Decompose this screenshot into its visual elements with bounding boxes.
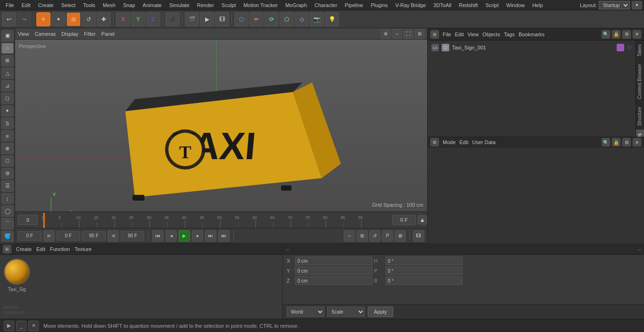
timeline-current-frame[interactable] bbox=[18, 215, 38, 225]
select-mode-button[interactable]: ✛ bbox=[36, 12, 50, 26]
playback-arrow1[interactable]: ⊳ bbox=[43, 230, 55, 242]
tool5-btn[interactable]: ↕ bbox=[1, 193, 14, 204]
vtab-takes[interactable]: Takes bbox=[636, 40, 644, 60]
tool4-btn[interactable]: ☰ bbox=[1, 180, 14, 192]
menu-render[interactable]: Render bbox=[193, 1, 218, 9]
menu-redshift[interactable]: Redshift bbox=[455, 1, 481, 9]
playback-arrow2[interactable]: ⊲ bbox=[107, 230, 119, 242]
play-button[interactable]: ▶ bbox=[179, 230, 190, 242]
right-panel-objects[interactable]: Objects bbox=[482, 32, 500, 37]
attr-edit[interactable]: Edit bbox=[460, 139, 469, 145]
object-button[interactable]: ⬛ bbox=[165, 12, 180, 26]
model-mode-btn[interactable]: ▣ bbox=[1, 30, 14, 41]
menu-create[interactable]: Create bbox=[34, 1, 58, 9]
end-frame-input[interactable]: 90 F bbox=[82, 231, 106, 241]
vertex-mode-btn[interactable]: △ bbox=[1, 68, 14, 79]
viewport-cameras[interactable]: Cameras bbox=[35, 31, 56, 37]
redo-button[interactable]: ↪ bbox=[17, 12, 31, 26]
coord-btn[interactable]: ⊕ bbox=[1, 143, 14, 154]
viewport-icon3[interactable]: ⛶ bbox=[404, 29, 413, 39]
menu-snap[interactable]: Snap bbox=[119, 1, 139, 9]
object-mode-btn[interactable]: ○ bbox=[1, 43, 14, 54]
snap-btn[interactable]: ✦ bbox=[1, 105, 14, 117]
tool6-btn[interactable]: ◯ bbox=[1, 205, 14, 217]
keyframe-all-btn[interactable]: ⊠ bbox=[395, 230, 406, 242]
goto-start-button[interactable]: ⏮ bbox=[152, 230, 164, 242]
x-axis-button[interactable]: X bbox=[116, 12, 130, 26]
timeline-frame-display[interactable] bbox=[392, 215, 416, 225]
env-button[interactable]: ◇ bbox=[295, 12, 309, 26]
current-frame-input[interactable]: 0 F bbox=[57, 231, 80, 241]
material-function[interactable]: Function bbox=[50, 246, 70, 252]
menu-3dtoall[interactable]: 3DToAll bbox=[429, 1, 455, 9]
tool1-btn[interactable]: S bbox=[1, 118, 14, 129]
move-button[interactable]: ✦ bbox=[51, 12, 66, 26]
right-gear-icon[interactable]: ⚙ bbox=[622, 30, 631, 39]
material-thumbnail[interactable] bbox=[4, 259, 30, 285]
menu-pipeline[interactable]: Pipeline bbox=[341, 1, 367, 9]
coord-y-input[interactable] bbox=[295, 267, 372, 275]
undo-button[interactable]: ↩ bbox=[2, 12, 16, 26]
scale-dropdown[interactable]: Scale bbox=[327, 307, 365, 317]
keyframe-param-btn[interactable]: P bbox=[382, 230, 393, 242]
right-panel-file[interactable]: File bbox=[443, 32, 451, 37]
viewport-3d[interactable]: TAXI T X Y Z Perspective bbox=[15, 40, 427, 211]
status-icon-min[interactable]: _ bbox=[16, 321, 26, 331]
vtab-structure[interactable]: Structure bbox=[636, 103, 644, 130]
scale-button[interactable]: ⊞ bbox=[66, 12, 81, 26]
texture-mode-btn[interactable]: ⊞ bbox=[1, 55, 14, 66]
status-icon-play[interactable]: ▶ bbox=[4, 321, 14, 331]
right-panel-edit[interactable]: Edit bbox=[455, 32, 464, 37]
menu-tools[interactable]: Tools bbox=[79, 1, 99, 9]
right-panel-tags[interactable]: Tags bbox=[504, 32, 515, 37]
viewport-icon2[interactable]: ↔ bbox=[392, 29, 402, 39]
menu-character[interactable]: Character bbox=[311, 1, 341, 9]
coord-p-input[interactable] bbox=[386, 267, 463, 275]
rotate-button[interactable]: ↺ bbox=[82, 12, 96, 26]
keyframe-rot-btn[interactable]: ↺ bbox=[369, 230, 380, 242]
z-axis-button[interactable]: Z bbox=[146, 12, 160, 26]
coord-b-input[interactable] bbox=[386, 276, 463, 285]
cube-button[interactable]: ⬡ bbox=[234, 12, 248, 26]
layout-select[interactable]: Startup bbox=[599, 1, 630, 9]
menu-vray[interactable]: V-Ray Bridge bbox=[392, 1, 430, 9]
menu-file[interactable]: File bbox=[2, 1, 18, 9]
menu-edit[interactable]: Edit bbox=[18, 1, 34, 9]
transform-button[interactable]: ✚ bbox=[97, 12, 111, 26]
attr-lock-icon[interactable]: 🔒 bbox=[612, 138, 620, 146]
light-button[interactable]: 💡 bbox=[325, 12, 339, 26]
timeline-btn[interactable]: ▲ bbox=[418, 215, 427, 225]
y-axis-button[interactable]: Y bbox=[131, 12, 145, 26]
edge-mode-btn[interactable]: ⊿ bbox=[1, 80, 14, 91]
render-region-button[interactable]: 🎬 bbox=[185, 12, 199, 26]
menu-select[interactable]: Select bbox=[58, 1, 80, 9]
menu-mesh[interactable]: Mesh bbox=[99, 1, 119, 9]
object-visibility-icon[interactable] bbox=[627, 45, 632, 50]
spline-button[interactable]: ✏ bbox=[249, 12, 264, 26]
vtab-attributes[interactable]: Attributes bbox=[636, 130, 644, 136]
poly-mode-btn[interactable]: ◻ bbox=[1, 93, 14, 104]
right-panel-view[interactable]: View bbox=[468, 32, 479, 37]
end-frame-input2[interactable]: 90 F bbox=[121, 231, 144, 241]
object-row-taxi[interactable]: Lo ⬡ Taxi_Sign_001 bbox=[429, 42, 634, 53]
right-lock-icon[interactable]: 🔒 bbox=[612, 30, 620, 39]
coord-h-input[interactable] bbox=[386, 257, 463, 265]
material-slot[interactable]: Taxi_Sig bbox=[4, 259, 30, 292]
viewport-icon4[interactable]: ⊞ bbox=[415, 29, 424, 39]
material-texture[interactable]: Texture bbox=[74, 246, 91, 252]
spline-tool-btn[interactable]: ⌒ bbox=[1, 218, 14, 229]
keyframe-move-btn[interactable]: ↔ bbox=[344, 230, 355, 242]
layer-btn[interactable]: ≡ bbox=[1, 130, 14, 142]
object-color-swatch[interactable] bbox=[617, 44, 624, 51]
viewport-display[interactable]: Display bbox=[61, 31, 78, 37]
render-view-button[interactable]: ▶ bbox=[200, 12, 214, 26]
material-create[interactable]: Create bbox=[16, 246, 32, 252]
material-edit[interactable]: Edit bbox=[36, 246, 45, 252]
paint-btn[interactable]: 🪣 bbox=[1, 231, 14, 242]
attr-search-icon[interactable]: 🔍 bbox=[602, 138, 610, 146]
menu-window[interactable]: Window bbox=[503, 1, 528, 9]
coord-x-input[interactable] bbox=[295, 257, 372, 265]
tool2-btn[interactable]: ⬡ bbox=[1, 155, 14, 167]
attr-userdata[interactable]: User Data bbox=[472, 139, 496, 145]
menu-help[interactable]: Help bbox=[528, 1, 547, 9]
